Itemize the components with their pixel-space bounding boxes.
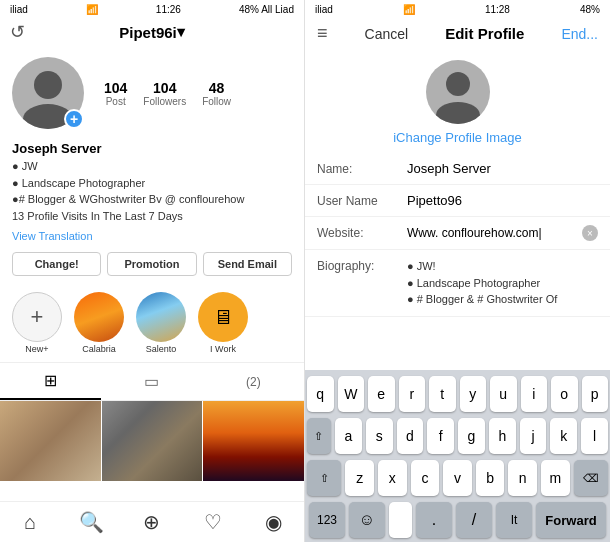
stat-followers[interactable]: 104 Followers: [143, 80, 186, 107]
website-input[interactable]: Www. conflourehow.com|: [407, 226, 582, 240]
back-icon[interactable]: ↺: [10, 21, 25, 43]
right-panel: iliad 📶 11:28 48% ≡ Cancel Edit Profile …: [305, 0, 610, 542]
key-numbers[interactable]: 123: [309, 502, 345, 538]
key-h[interactable]: h: [489, 418, 516, 454]
biography-value[interactable]: ● JW!● Landscape Photographer● # Blogger…: [407, 258, 557, 308]
send-email-button[interactable]: Send Email: [203, 252, 292, 276]
key-b[interactable]: b: [476, 460, 505, 496]
tab-list[interactable]: ▭: [101, 363, 202, 400]
wifi-icon-right: 📶: [403, 4, 415, 15]
story-calabria-label: Calabria: [74, 344, 124, 354]
nav-search[interactable]: 🔍: [61, 510, 122, 534]
story-work[interactable]: 🖥 I Work: [198, 292, 248, 354]
key-delete[interactable]: ⌫: [574, 460, 608, 496]
key-shift[interactable]: ⇧: [307, 460, 341, 496]
key-x[interactable]: x: [378, 460, 407, 496]
time-left: 11:26: [156, 4, 181, 15]
menu-icon[interactable]: ≡: [317, 23, 328, 44]
add-story-icon[interactable]: +: [64, 109, 84, 129]
edit-form: Name: Joseph Server User Name Pipetto96 …: [305, 153, 610, 317]
key-q[interactable]: q: [307, 376, 334, 412]
status-bar-right: iliad 📶 11:28 48%: [305, 0, 610, 19]
key-dot[interactable]: .: [416, 502, 452, 538]
avatar-container[interactable]: +: [12, 57, 84, 129]
edit-avatar[interactable]: [426, 60, 490, 124]
username-header[interactable]: Pipet96i ▾: [119, 23, 185, 41]
nav-home[interactable]: ⌂: [0, 510, 61, 534]
photo-cell-2[interactable]: [102, 401, 203, 481]
username-display: Pipet96i: [119, 24, 177, 41]
story-add[interactable]: + New+: [12, 292, 62, 354]
key-l[interactable]: l: [581, 418, 608, 454]
name-value[interactable]: Joseph Server: [407, 161, 598, 176]
key-u[interactable]: u: [490, 376, 517, 412]
key-o[interactable]: o: [551, 376, 578, 412]
key-z[interactable]: z: [345, 460, 374, 496]
wifi-icon: 📶: [86, 4, 98, 15]
tab-tagged[interactable]: (2): [203, 363, 304, 400]
tab-grid[interactable]: ⊞: [0, 363, 101, 400]
grid-tabs: ⊞ ▭ (2): [0, 362, 304, 401]
photo-sunset-image: [203, 401, 304, 481]
key-v[interactable]: v: [443, 460, 472, 496]
promotion-button[interactable]: Promotion: [107, 252, 196, 276]
key-caps[interactable]: ⇧: [307, 418, 331, 454]
key-m[interactable]: m: [541, 460, 570, 496]
key-k[interactable]: k: [550, 418, 577, 454]
status-bar-left: iliad 📶 11:26 48% All Liad: [0, 0, 304, 19]
key-j[interactable]: j: [520, 418, 547, 454]
bottom-nav: ⌂ 🔍 ⊕ ♡ ◉: [0, 501, 304, 542]
add-story-circle[interactable]: +: [12, 292, 62, 342]
key-c[interactable]: c: [411, 460, 440, 496]
nav-add[interactable]: ⊕: [122, 510, 183, 534]
username-label: User Name: [317, 193, 407, 208]
story-salento[interactable]: Salento: [136, 292, 186, 354]
story-calabria[interactable]: Calabria: [74, 292, 124, 354]
keyboard-row-1: q W e r t y u i o p: [307, 376, 608, 412]
story-work-circle: 🖥: [198, 292, 248, 342]
key-p[interactable]: p: [582, 376, 609, 412]
clear-website-button[interactable]: ×: [582, 225, 598, 241]
stat-following[interactable]: 48 Follow: [202, 80, 231, 107]
website-row: Website: Www. conflourehow.com| ×: [305, 217, 610, 250]
key-g[interactable]: g: [458, 418, 485, 454]
username-value[interactable]: Pipetto96: [407, 193, 598, 208]
key-slash[interactable]: /: [456, 502, 492, 538]
key-y[interactable]: y: [460, 376, 487, 412]
key-r[interactable]: r: [399, 376, 426, 412]
key-it[interactable]: It: [496, 502, 532, 538]
done-button[interactable]: End...: [561, 26, 598, 42]
followers-label: Followers: [143, 96, 186, 107]
key-t[interactable]: t: [429, 376, 456, 412]
view-translation-link[interactable]: View Translation: [0, 228, 304, 244]
posts-count: 104: [104, 80, 127, 96]
stats-container: 104 Post 104 Followers 48 Follow: [104, 80, 231, 107]
key-w[interactable]: W: [338, 376, 365, 412]
photo-cell-3[interactable]: [203, 401, 304, 481]
followers-count: 104: [143, 80, 186, 96]
key-e[interactable]: e: [368, 376, 395, 412]
nav-profile[interactable]: ◉: [243, 510, 304, 534]
photo-cell-1[interactable]: [0, 401, 101, 481]
forward-button[interactable]: Forward: [536, 502, 606, 538]
story-salento-image: [136, 292, 186, 342]
key-space[interactable]: [389, 502, 412, 538]
stat-posts[interactable]: 104 Post: [104, 80, 127, 107]
battery-left: 48% All Liad: [239, 4, 294, 15]
left-panel: iliad 📶 11:26 48% All Liad ↺ Pipet96i ▾ …: [0, 0, 305, 542]
key-a[interactable]: a: [335, 418, 362, 454]
change-button[interactable]: Change!: [12, 252, 101, 276]
key-emoji[interactable]: ☺: [349, 502, 385, 538]
key-i[interactable]: i: [521, 376, 548, 412]
story-work-label: I Work: [198, 344, 248, 354]
key-s[interactable]: s: [366, 418, 393, 454]
key-d[interactable]: d: [397, 418, 424, 454]
profile-info: Joseph Server ● JW● Landscape Photograph…: [0, 137, 304, 228]
nav-likes[interactable]: ♡: [182, 510, 243, 534]
key-f[interactable]: f: [427, 418, 454, 454]
cancel-button[interactable]: Cancel: [365, 26, 409, 42]
key-n[interactable]: n: [508, 460, 537, 496]
story-salento-circle: [136, 292, 186, 342]
tagged-badge: (2): [246, 375, 261, 389]
change-photo-button[interactable]: iChange Profile Image: [393, 130, 522, 145]
